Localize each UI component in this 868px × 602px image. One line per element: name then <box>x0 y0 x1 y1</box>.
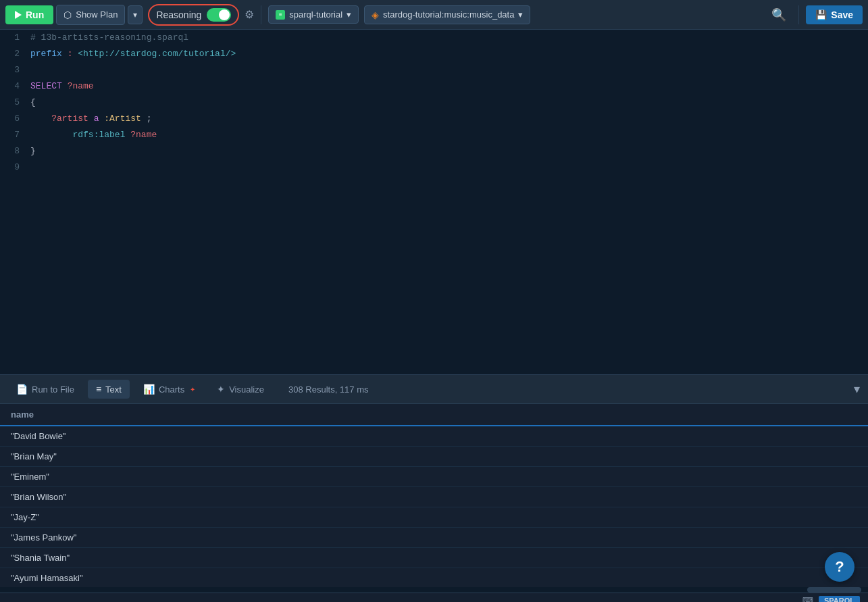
help-icon: ? <box>835 558 844 576</box>
stack-icon: ◈ <box>372 9 379 20</box>
reasoning-label: Reasoning <box>156 9 201 20</box>
table-row[interactable]: "Brian Wilson" <box>0 487 868 507</box>
mode-label: SPARQL <box>819 596 860 603</box>
code-line-1: 1 # 13b-artists-reasoning.sparql <box>0 30 868 46</box>
chevron-down-icon-ep: ▾ <box>518 9 523 20</box>
line-num-2: 2 <box>0 46 30 62</box>
gear-icon[interactable]: ⚙ <box>245 8 254 21</box>
save-icon: 💾 <box>815 9 827 20</box>
horizontal-scrollbar[interactable] <box>0 587 868 593</box>
code-line-7: 7 rdfs:label ?name <box>0 127 868 143</box>
db-icon: ≡ <box>276 10 285 20</box>
text-icon: ≡ <box>96 384 101 395</box>
code-line-6: 6 ?artist a :Artist ; <box>0 111 868 127</box>
status-bar: ⌨ SPARQL <box>0 593 868 602</box>
code-line-4: 4 SELECT ?name <box>0 78 868 95</box>
line-content-9 <box>30 159 36 176</box>
results-table[interactable]: name "David Bowie" "Brian May" "Eminem" … <box>0 404 868 587</box>
db-selector[interactable]: ≡ sparql-tutorial ▾ <box>268 5 359 24</box>
play-icon <box>15 11 22 19</box>
line-content-8: } <box>30 143 36 159</box>
table-row[interactable]: "David Bowie" <box>0 426 868 447</box>
show-plan-label: Show Plan <box>76 9 118 20</box>
endpoint-selector[interactable]: ◈ stardog-tutorial:music:music_data ▾ <box>364 5 530 24</box>
results-time: 117 ms <box>340 384 369 395</box>
line-num-1: 1 <box>0 30 30 46</box>
chevron-down-icon: ▾ <box>133 10 137 20</box>
code-line-9: 9 <box>0 159 868 176</box>
save-label: Save <box>831 9 853 20</box>
code-editor[interactable]: 1 # 13b-artists-reasoning.sparql 2 prefi… <box>0 30 868 374</box>
divider2 <box>798 5 799 24</box>
toolbar: Run ⬡ Show Plan ▾ Reasoning ⚙ ≡ sparql-t… <box>0 0 868 30</box>
results-meta: 308 Results, 117 ms <box>288 384 369 395</box>
search-icon: 🔍 <box>771 8 786 22</box>
column-header: name <box>0 404 868 426</box>
line-content-1: # 13b-artists-reasoning.sparql <box>30 30 188 46</box>
nodes-icon: ⬡ <box>63 9 72 20</box>
line-num-6: 6 <box>0 111 30 127</box>
code-line-3: 3 <box>0 62 868 78</box>
table-row[interactable]: "Ayumi Hamasaki" <box>0 568 868 587</box>
table-row[interactable]: "Shania Twain" <box>0 548 868 568</box>
keyboard-icon: ⌨ <box>802 596 813 602</box>
table-row[interactable]: "James Pankow" <box>0 528 868 548</box>
visualize-icon: ✦ <box>217 384 225 395</box>
db-endpoint: stardog-tutorial:music:music_data <box>383 9 514 20</box>
line-content-5: { <box>30 95 36 111</box>
charts-label: Charts <box>159 384 184 395</box>
chevron-down-icon-db: ▾ <box>347 9 351 20</box>
save-button[interactable]: 💾 Save <box>806 5 863 24</box>
help-button[interactable]: ? <box>825 552 854 582</box>
run-button[interactable]: Run <box>5 5 53 24</box>
run-to-file-label: Run to File <box>32 384 74 395</box>
line-num-3: 3 <box>0 62 30 78</box>
charts-tab[interactable]: 📊 Charts ✦ <box>135 380 203 399</box>
table-row[interactable]: "Eminem" <box>0 467 868 487</box>
charts-badge: ✦ <box>190 386 195 393</box>
results-bar: 📄 Run to File ≡ Text 📊 Charts ✦ ✦ Visual… <box>0 374 868 404</box>
reasoning-toggle[interactable] <box>207 8 231 22</box>
file-icon: 📄 <box>16 384 28 395</box>
run-label: Run <box>26 9 44 20</box>
line-content-2: prefix : <http://stardog.com/tutorial/> <box>30 46 236 62</box>
line-content-6: ?artist a :Artist ; <box>30 111 152 127</box>
divider <box>261 5 261 24</box>
reasoning-container: Reasoning <box>148 4 239 26</box>
code-line-2: 2 prefix : <http://stardog.com/tutorial/… <box>0 46 868 62</box>
line-num-5: 5 <box>0 95 30 111</box>
scrollbar-thumb[interactable] <box>807 587 861 593</box>
line-num-8: 8 <box>0 143 30 159</box>
table-row[interactable]: "Jay-Z" <box>0 507 868 528</box>
run-to-file-button[interactable]: 📄 Run to File <box>8 380 82 399</box>
line-content-7: rdfs:label ?name <box>30 127 157 143</box>
table-row[interactable]: "Brian May" <box>0 447 868 467</box>
text-tab[interactable]: ≡ Text <box>88 380 130 399</box>
code-line-8: 8 } <box>0 143 868 159</box>
visualize-tab[interactable]: ✦ Visualize <box>209 380 272 399</box>
show-plan-button[interactable]: ⬡ Show Plan <box>56 5 125 25</box>
expand-button[interactable]: ▾ <box>854 382 860 397</box>
line-content-4: SELECT ?name <box>30 78 94 95</box>
text-label: Text <box>105 384 122 395</box>
visualize-label: Visualize <box>229 384 264 395</box>
code-line-5: 5 { <box>0 95 868 111</box>
results-count: 308 Results, <box>288 384 337 395</box>
show-plan-dropdown[interactable]: ▾ <box>128 5 143 24</box>
line-num-9: 9 <box>0 159 30 176</box>
charts-icon: 📊 <box>143 384 155 395</box>
line-num-4: 4 <box>0 78 30 95</box>
line-content-3 <box>30 62 36 78</box>
db-name: sparql-tutorial <box>289 9 342 20</box>
search-button[interactable]: 🔍 <box>766 5 792 25</box>
line-num-7: 7 <box>0 127 30 143</box>
